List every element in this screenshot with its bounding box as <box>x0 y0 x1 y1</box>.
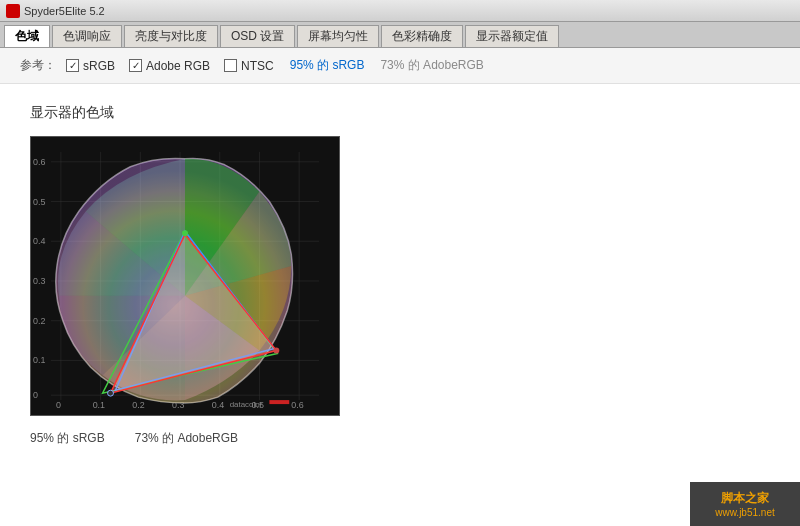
tab-response[interactable]: 色调响应 <box>52 25 122 47</box>
srgb-checkbox[interactable] <box>66 59 79 72</box>
svg-text:0.5: 0.5 <box>33 197 45 207</box>
tab-color-accuracy[interactable]: 色彩精确度 <box>381 25 463 47</box>
ntsc-label: NTSC <box>241 59 274 73</box>
svg-text:0.4: 0.4 <box>212 400 224 410</box>
section-title: 显示器的色域 <box>30 104 770 122</box>
srgb-result: 95% 的 sRGB <box>290 57 365 74</box>
ntsc-checkbox[interactable] <box>224 59 237 72</box>
svg-text:0.6: 0.6 <box>33 157 45 167</box>
svg-point-29 <box>182 230 188 236</box>
svg-text:0.2: 0.2 <box>132 400 144 410</box>
svg-text:0.3: 0.3 <box>33 276 45 286</box>
svg-point-30 <box>273 347 279 353</box>
tab-bar: 色域 色调响应 亮度与对比度 OSD 设置 屏幕均匀性 色彩精确度 显示器额定值 <box>0 22 800 48</box>
content-area: 显示器的色域 <box>0 84 800 526</box>
svg-text:0.2: 0.2 <box>33 316 45 326</box>
tab-osd[interactable]: OSD 设置 <box>220 25 295 47</box>
main-content: 显示器的色域 <box>0 84 800 526</box>
reference-label: 参考： <box>20 57 56 74</box>
adobe-result: 73% 的 AdobeRGB <box>380 57 483 74</box>
result-adobe: 73% 的 AdobeRGB <box>135 430 238 447</box>
app-title: Spyder5Elite 5.2 <box>24 5 105 17</box>
tab-brightness[interactable]: 亮度与对比度 <box>124 25 218 47</box>
srgb-label: sRGB <box>83 59 115 73</box>
checkbox-ntsc[interactable]: NTSC <box>224 59 274 73</box>
svg-text:0: 0 <box>33 390 38 400</box>
svg-text:0.6: 0.6 <box>291 400 303 410</box>
svg-rect-33 <box>269 400 289 404</box>
gamut-chart: 0 0.1 0.2 0.3 0.4 0.5 0.6 0 0.1 0.2 0.3 … <box>30 136 340 416</box>
adobe-checkbox[interactable] <box>129 59 142 72</box>
brand-line2: www.jb51.net <box>715 507 774 518</box>
reference-bar: 参考： sRGB Adobe RGB NTSC 95% 的 sRGB 73% 的… <box>0 48 800 84</box>
checkbox-group: sRGB Adobe RGB NTSC <box>66 59 274 73</box>
svg-text:0.1: 0.1 <box>93 400 105 410</box>
checkbox-adobe[interactable]: Adobe RGB <box>129 59 210 73</box>
svg-text:0.1: 0.1 <box>33 355 45 365</box>
svg-text:datacolor: datacolor <box>230 400 263 409</box>
app-icon <box>6 4 20 18</box>
results-row: 95% 的 sRGB 73% 的 AdobeRGB <box>30 430 770 447</box>
tab-display-value[interactable]: 显示器额定值 <box>465 25 559 47</box>
chart-svg: 0 0.1 0.2 0.3 0.4 0.5 0.6 0 0.1 0.2 0.3 … <box>31 137 339 415</box>
tab-gamut[interactable]: 色域 <box>4 25 50 47</box>
branding-watermark: 脚本之家 www.jb51.net <box>690 482 800 526</box>
svg-point-31 <box>108 390 114 396</box>
result-srgb: 95% 的 sRGB <box>30 430 105 447</box>
brand-line1: 脚本之家 <box>721 490 769 507</box>
svg-text:0: 0 <box>56 400 61 410</box>
svg-text:0.4: 0.4 <box>33 236 45 246</box>
adobe-label: Adobe RGB <box>146 59 210 73</box>
title-bar: Spyder5Elite 5.2 <box>0 0 800 22</box>
tab-uniformity[interactable]: 屏幕均匀性 <box>297 25 379 47</box>
checkbox-srgb[interactable]: sRGB <box>66 59 115 73</box>
